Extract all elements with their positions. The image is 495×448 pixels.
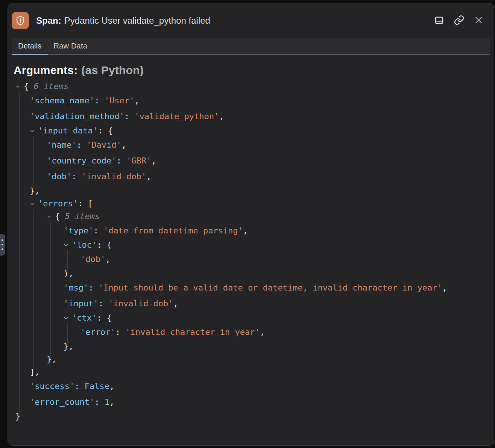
- token-punct: ,: [151, 156, 156, 165]
- token-key: 'input_data': [38, 126, 98, 135]
- dock-panel-bottom-icon: [434, 15, 444, 26]
- arguments-format-label: (as Python): [81, 64, 144, 76]
- tree-row: 'dob': 'invalid-dob',: [8, 169, 494, 185]
- page-title: Span:Pydantic User validate_python faile…: [36, 15, 433, 26]
- token-punct: : {: [97, 313, 112, 322]
- token-num: 1: [105, 397, 109, 407]
- tree-row: { 6 items: [8, 80, 494, 93]
- caret-down-icon[interactable]: [30, 129, 38, 133]
- tree-row: 'dob',: [8, 251, 494, 267]
- tree-row: 'type': 'date_from_datetime_parsing',: [8, 223, 494, 239]
- grip-dot: [2, 244, 3, 245]
- tree-row: 'validation_method': 'validate_python',: [8, 109, 494, 124]
- token-punct: ,: [173, 299, 178, 308]
- tree-row: 'success': False,: [8, 378, 494, 394]
- token-punct: :: [88, 283, 99, 292]
- token-str: 'invalid character in year': [125, 327, 260, 337]
- details-content: Arguments:(as Python) { 6 items'schema_n…: [8, 55, 494, 423]
- token-punct: {: [55, 212, 65, 221]
- tree-row: { 5 items: [8, 210, 494, 223]
- token-str: 'invalid-dob': [82, 172, 146, 181]
- caret-down-icon[interactable]: [64, 316, 72, 321]
- span-title-text: Pydantic User validate_python failed: [64, 15, 210, 26]
- grip-dot: [2, 239, 3, 241]
- tree-row: 'name': 'David',: [8, 137, 494, 153]
- caret-down-icon[interactable]: [30, 202, 38, 206]
- token-bool: False: [85, 381, 109, 391]
- token-str: 'Input should be a valid date or datetim…: [99, 283, 442, 292]
- token-punct: : [: [78, 199, 93, 208]
- token-punct: ],: [30, 367, 40, 377]
- panel-resize-handle[interactable]: [0, 234, 5, 256]
- token-key: 'dob': [47, 172, 71, 181]
- shield-alert-icon: [12, 12, 29, 29]
- caret-down-icon[interactable]: [15, 85, 24, 89]
- token-key: 'errors': [38, 199, 78, 208]
- token-punct: : (: [97, 240, 112, 250]
- token-punct: ,: [121, 140, 126, 150]
- indent-guide: [50, 222, 51, 356]
- tree-row: 'loc': (: [8, 239, 494, 251]
- arguments-heading: Arguments:(as Python): [14, 64, 494, 77]
- token-str: 'invalid-dob': [108, 299, 173, 308]
- token-punct: },: [47, 354, 57, 364]
- tree-row: 'errors': [: [8, 197, 494, 210]
- token-key: 'ctx': [72, 313, 97, 322]
- tree-row: },: [8, 185, 494, 197]
- dock-panel-button[interactable]: [433, 14, 445, 27]
- token-str: 'David': [87, 140, 121, 150]
- tree-row: }: [8, 410, 494, 423]
- token-items: 6 items: [34, 82, 69, 91]
- token-punct: :: [94, 96, 105, 105]
- close-button[interactable]: [473, 15, 484, 27]
- tree-row: 'schema_name': 'User',: [8, 93, 494, 109]
- token-punct: ,: [109, 381, 114, 391]
- caret-down-icon[interactable]: [64, 244, 72, 248]
- token-str: 'User': [105, 96, 134, 105]
- token-key: 'validation_method': [30, 112, 125, 121]
- token-punct: :: [125, 112, 135, 121]
- tree-row: ),: [8, 267, 494, 280]
- tree-row: 'ctx': {: [8, 312, 494, 324]
- tree-row: 'input': 'invalid-dob',: [8, 296, 494, 312]
- token-punct: :: [76, 140, 87, 150]
- panel-header: Span:Pydantic User validate_python faile…: [8, 3, 494, 38]
- token-str: 'dob': [80, 254, 105, 264]
- arguments-label: Arguments:: [14, 64, 77, 76]
- token-punct: :: [94, 397, 105, 407]
- token-items: 5 items: [65, 212, 100, 221]
- caret-down-icon[interactable]: [47, 215, 55, 219]
- token-punct: ,: [109, 397, 114, 407]
- token-punct: :: [71, 172, 82, 181]
- token-key: 'name': [47, 140, 76, 150]
- tree-row: },: [8, 353, 494, 366]
- tree-row: },: [8, 340, 494, 353]
- token-punct: ),: [64, 269, 74, 278]
- token-punct: :: [115, 327, 126, 337]
- copy-link-button[interactable]: [453, 14, 465, 27]
- indent-guide: [33, 136, 34, 187]
- token-punct: ,: [219, 112, 224, 121]
- link-icon: [454, 15, 465, 27]
- token-key: 'success': [30, 381, 74, 391]
- token-str: 'GBR': [126, 156, 151, 165]
- token-punct: {: [24, 82, 34, 91]
- token-key: 'error': [80, 327, 115, 337]
- tab-details[interactable]: Details: [12, 38, 48, 54]
- token-punct: ,: [134, 96, 139, 105]
- json-tree: { 6 items'schema_name': 'User','validati…: [8, 80, 494, 423]
- token-punct: ,: [146, 172, 151, 181]
- tree-row: 'input_data': {: [8, 124, 494, 137]
- grip-dot: [2, 248, 3, 250]
- token-key: 'type': [64, 226, 93, 235]
- tab-raw-data[interactable]: Raw Data: [48, 38, 93, 54]
- tree-row: 'msg': 'Input should be a valid date or …: [8, 280, 494, 296]
- indent-guide: [19, 92, 20, 413]
- token-punct: :: [74, 381, 85, 391]
- indent-guide: [67, 323, 68, 343]
- token-key: 'schema_name': [30, 96, 94, 105]
- token-punct: :: [116, 156, 126, 165]
- token-punct: ,: [260, 327, 265, 337]
- token-punct: :: [93, 226, 103, 235]
- token-punct: ,: [442, 283, 447, 292]
